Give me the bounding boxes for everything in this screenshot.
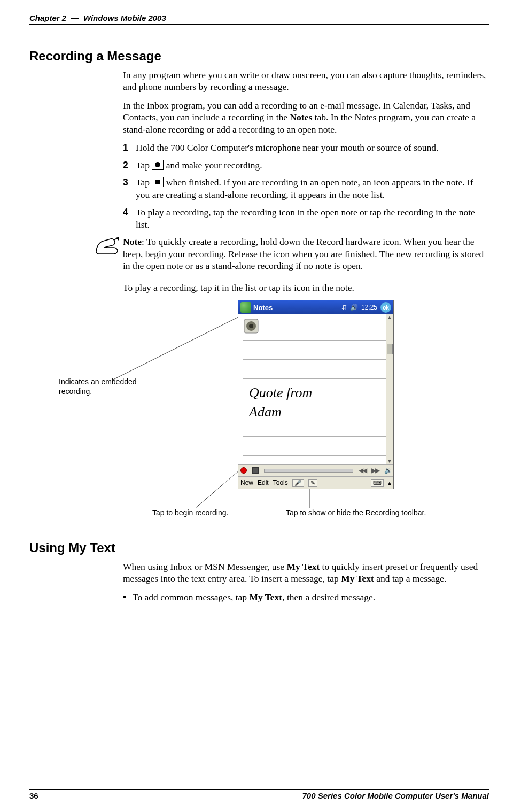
clock-text: 12:25 [361, 304, 377, 311]
svg-line-0 [114, 238, 117, 240]
callout-show-hide-toolbar: Tap to show or hide the Recording toolba… [286, 508, 426, 518]
note-hand-icon [94, 236, 120, 259]
callout-embedded-recording: Indicates an embedded recording. [59, 377, 150, 396]
start-icon[interactable] [240, 302, 251, 313]
menu-new[interactable]: New [240, 479, 253, 486]
handwriting-line-1: Quote from [249, 385, 312, 401]
recording-toolbar: ◀◀ ▶▶ 🔉 [238, 464, 393, 476]
notes-screenshot-figure: Indicates an embedded recording. Tap to … [29, 300, 489, 524]
para-intro-1: In any program where you can write or dr… [123, 69, 489, 93]
sip-keyboard-button[interactable]: ⌨ [371, 479, 384, 487]
app-title: Notes [253, 304, 339, 312]
embedded-recording-icon[interactable] [244, 319, 259, 334]
ok-button[interactable]: ok [380, 302, 391, 313]
scrollbar[interactable] [386, 314, 393, 464]
connectivity-icon[interactable]: ⇵ [341, 304, 347, 311]
toolbar-progress-slider[interactable] [264, 469, 353, 473]
bullet-add-common-messages: To add common messages, tap My Text, the… [123, 591, 489, 604]
toggle-recording-toolbar-button[interactable]: 🎤 [292, 479, 304, 487]
step-3: 3 Tap when finished. If you are recordin… [123, 176, 489, 201]
menubar: New Edit Tools 🎤 ✎ ⌨ ▴ [238, 476, 393, 489]
step-1: 1Hold the 700 Color Computer's microphon… [123, 142, 489, 154]
manual-title: 700 Series Color Mobile Computer User's … [302, 791, 489, 800]
chapter-topic: Windows Mobile 2003 [83, 13, 166, 22]
note-block: Note: To quickly create a recording, hol… [29, 236, 489, 272]
volume-icon[interactable]: 🔊 [350, 304, 358, 311]
running-header: Chapter 2 — Windows Mobile 2003 [29, 13, 489, 25]
svg-point-6 [249, 324, 253, 328]
toolbar-record-button[interactable] [240, 467, 247, 474]
recording-steps: 1Hold the 700 Color Computer's microphon… [123, 142, 489, 231]
toolbar-rewind-button[interactable]: ◀◀ [359, 467, 366, 474]
heading-recording-message: Recording a Message [29, 49, 489, 64]
sip-menu-arrow[interactable]: ▴ [388, 479, 391, 486]
note-canvas[interactable]: Quote from Adam [238, 314, 393, 464]
record-icon [152, 160, 164, 170]
heading-using-my-text: Using My Text [29, 540, 489, 555]
header-sep: — [71, 13, 79, 22]
pen-input-button[interactable]: ✎ [308, 479, 317, 487]
menu-edit[interactable]: Edit [258, 479, 269, 486]
notes-app-window: Notes ⇵ 🔊 12:25 ok [238, 300, 394, 489]
page-footer: 36 700 Series Color Mobile Computer User… [29, 789, 489, 800]
titlebar: Notes ⇵ 🔊 12:25 ok [238, 300, 393, 314]
stop-icon [152, 177, 164, 187]
toolbar-speaker-icon[interactable]: 🔉 [384, 467, 391, 474]
page-number: 36 [29, 791, 38, 800]
menu-tools[interactable]: Tools [273, 479, 288, 486]
toolbar-forward-button[interactable]: ▶▶ [371, 467, 379, 474]
my-text-bullets: To add common messages, tap My Text, the… [123, 591, 489, 604]
callout-begin-recording: Tap to begin recording. [152, 508, 228, 518]
para-play-recording: To play a recording, tap it in the list … [123, 282, 489, 293]
svg-line-2 [195, 467, 243, 508]
para-intro-2: In the Inbox program, you can add a reco… [123, 99, 489, 135]
chapter-label: Chapter 2 [29, 13, 66, 22]
step-4: 4To play a recording, tap the recording … [123, 206, 489, 231]
handwriting-line-2: Adam [249, 404, 282, 420]
svg-line-1 [112, 313, 246, 380]
para-my-text: When using Inbox or MSN Messenger, use M… [123, 561, 489, 585]
note-text: Note: To quickly create a recording, hol… [123, 236, 489, 272]
toolbar-stop-button[interactable] [252, 467, 259, 474]
step-2: 2 Tap and make your recording. [123, 159, 489, 172]
